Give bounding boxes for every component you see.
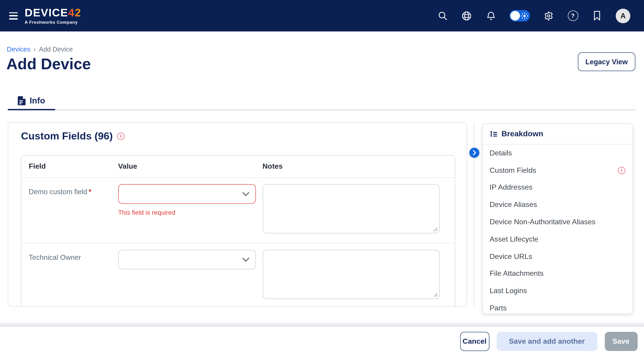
toggle-knob	[510, 11, 520, 20]
custom-fields-section: Custom Fields (96) i Field Value Notes D…	[8, 122, 467, 307]
column-header-field: Field	[29, 162, 118, 170]
column-header-notes: Notes	[262, 162, 447, 170]
navbar-actions: ? A	[437, 8, 630, 23]
user-avatar[interactable]: A	[616, 8, 630, 23]
breadcrumb-current: Add Device	[39, 45, 73, 53]
custom-fields-table: Field Value Notes Demo custom field* Thi…	[21, 155, 455, 307]
value-select-technical-owner[interactable]	[118, 250, 256, 269]
brand-tagline: A Freshworks Company	[25, 20, 81, 24]
tabs-baseline	[8, 109, 636, 110]
breakdown-item-device-urls[interactable]: Device URLs	[482, 248, 632, 265]
tree-list-icon	[490, 130, 497, 138]
breadcrumb: Devices › Add Device	[7, 45, 73, 53]
brand-accent-text: 42	[68, 6, 81, 19]
cancel-button[interactable]: Cancel	[460, 332, 489, 351]
value-select-demo-custom-field[interactable]	[118, 184, 256, 204]
globe-icon[interactable]	[461, 10, 472, 21]
field-label: Technical Owner	[29, 250, 118, 301]
bell-icon[interactable]	[485, 10, 496, 21]
chevron-down-icon	[242, 258, 249, 262]
breakdown-list: Details Custom Fields i IP Addresses Dev…	[482, 144, 632, 314]
breakdown-item-last-logins[interactable]: Last Logins	[482, 282, 632, 300]
tab-info-label: Info	[30, 96, 45, 106]
breadcrumb-separator: ›	[34, 45, 36, 53]
table-row: Technical Owner	[22, 243, 454, 307]
add-device-page: DEVICE42 A Freshworks Company ?	[0, 0, 644, 356]
breakdown-item-file-attachments[interactable]: File Attachments	[482, 265, 632, 282]
chevron-down-icon	[242, 192, 249, 196]
save-button[interactable]: Save	[604, 332, 638, 351]
bookmark-icon[interactable]	[592, 10, 602, 21]
table-row: Demo custom field* This field is require…	[22, 177, 454, 243]
custom-fields-error-icon: i	[618, 167, 625, 174]
footer-action-bar: Cancel Save and add another Save	[0, 326, 644, 356]
custom-fields-heading: Custom Fields (96)	[21, 130, 113, 142]
document-icon	[18, 96, 26, 105]
device42-logo[interactable]: DEVICE42 A Freshworks Company	[25, 7, 81, 24]
save-and-add-another-button[interactable]: Save and add another	[496, 332, 597, 351]
breakdown-item-custom-fields[interactable]: Custom Fields i	[482, 162, 632, 179]
search-icon[interactable]	[437, 10, 448, 21]
section-error-info-icon[interactable]: i	[118, 132, 125, 140]
breakdown-item-device-aliases[interactable]: Device Aliases	[482, 196, 632, 214]
help-icon[interactable]: ?	[568, 10, 578, 21]
breakdown-item-details[interactable]: Details	[482, 144, 632, 162]
gear-icon[interactable]	[543, 10, 554, 21]
theme-toggle[interactable]	[510, 10, 530, 21]
required-asterisk: *	[89, 188, 92, 196]
breakdown-item-device-non-authoritative-aliases[interactable]: Device Non-Authoritative Aliases	[482, 213, 632, 231]
chevron-right-icon	[472, 150, 476, 155]
legacy-view-button[interactable]: Legacy View	[578, 52, 635, 71]
column-header-value: Value	[118, 162, 262, 170]
brand-text: DEVICE	[25, 6, 68, 19]
field-label: Demo custom field*	[29, 184, 118, 236]
breakdown-item-ip-addresses[interactable]: IP Addresses	[482, 179, 632, 196]
breadcrumb-devices-link[interactable]: Devices	[7, 45, 30, 53]
top-navbar: DEVICE42 A Freshworks Company ?	[0, 0, 644, 31]
breakdown-item-parts[interactable]: Parts	[482, 300, 632, 314]
breakdown-header: Breakdown	[482, 124, 632, 144]
tab-info[interactable]: Info	[8, 91, 55, 110]
breakdown-title: Breakdown	[502, 129, 543, 139]
page-title: Add Device	[6, 55, 91, 73]
sun-icon	[521, 12, 528, 19]
hamburger-menu-icon[interactable]	[9, 12, 18, 19]
active-tab-indicator	[8, 109, 55, 110]
breakdown-item-asset-lifecycle[interactable]: Asset Lifecycle	[482, 231, 632, 248]
table-header-row: Field Value Notes	[22, 155, 454, 177]
breakdown-panel: Breakdown Details Custom Fields i IP Add…	[482, 123, 633, 314]
collapse-sidebar-button[interactable]	[469, 148, 479, 158]
notes-textarea-technical-owner[interactable]	[263, 250, 439, 299]
notes-textarea-demo-custom-field[interactable]	[263, 185, 439, 233]
footer-shadow	[0, 321, 644, 326]
field-error-message: This field is required	[118, 209, 262, 216]
